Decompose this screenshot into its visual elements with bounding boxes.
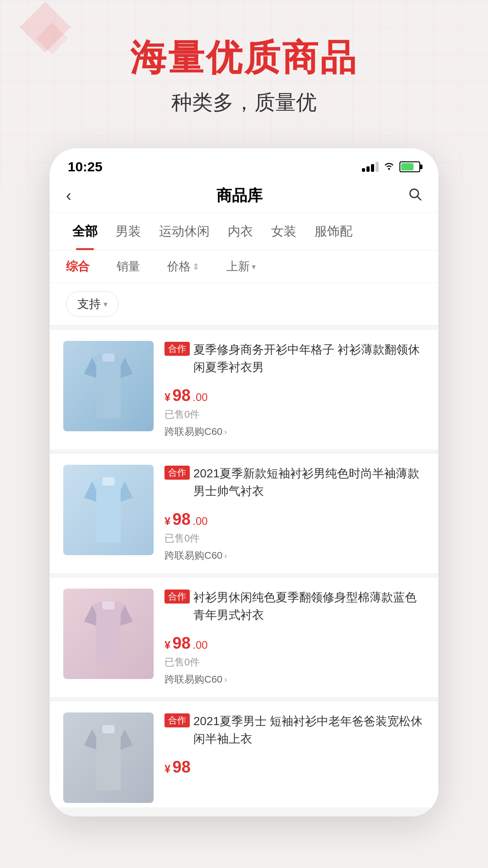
category-tab-accessories[interactable]: 服饰配	[305, 213, 361, 250]
nav-bar: ‹ 商品库	[50, 179, 438, 213]
price-integer-2: 98	[173, 510, 191, 528]
price-symbol-1: ¥	[164, 391, 170, 403]
collab-badge-2: 合作	[164, 466, 190, 480]
battery-fill	[401, 163, 413, 170]
product-image-1	[63, 341, 154, 431]
product-info-3: 合作 衬衫男休闲纯色夏季翻领修身型棉薄款蓝色青年男式衬衣 ¥ 98 .00 已售…	[164, 589, 425, 686]
shop-name-1: 跨联易购C60	[164, 425, 222, 439]
product-info-2: 合作 2021夏季新款短袖衬衫男纯色时尚半袖薄款男士帅气衬衣 ¥ 98 .00 …	[164, 465, 425, 562]
product-title-4: 2021夏季男士 短袖衬衫中老年爸爸装宽松休闲半袖上衣	[193, 712, 425, 748]
filter-arrow-icon: ▾	[103, 299, 108, 309]
product-item[interactable]: 合作 2021夏季男士 短袖衬衫中老年爸爸装宽松休闲半袖上衣 ¥ 98	[50, 702, 438, 807]
price-decimal-3: .00	[192, 639, 207, 651]
svg-line-1	[418, 197, 421, 200]
product-shop-2[interactable]: 跨联易购C60 ›	[164, 549, 425, 562]
product-item[interactable]: 合作 夏季修身商务开衫中年格子 衬衫薄款翻领休闲夏季衬衣男 ¥ 98 .00 已…	[50, 330, 438, 449]
shop-arrow-icon-3: ›	[224, 675, 227, 684]
product-info-1: 合作 夏季修身商务开衫中年格子 衬衫薄款翻领休闲夏季衬衣男 ¥ 98 .00 已…	[164, 341, 425, 439]
status-bar: 10:25	[50, 148, 438, 179]
product-title-row-2: 合作 2021夏季新款短袖衬衫男纯色时尚半袖薄款男士帅气衬衣	[164, 465, 425, 500]
filter-label: 支持	[77, 296, 101, 312]
signal-bar-1	[362, 168, 365, 172]
shop-name-2: 跨联易购C60	[164, 549, 222, 562]
sort-price-arrow-icon: ⇕	[192, 262, 199, 272]
sort-comprehensive[interactable]: 综合	[66, 259, 89, 274]
product-sold-2: 已售0件	[164, 532, 425, 545]
product-title-2: 2021夏季新款短袖衬衫男纯色时尚半袖薄款男士帅气衬衣	[193, 465, 425, 500]
hero-section: 海量优质商品 种类多，质量优	[0, 0, 488, 139]
status-time: 10:25	[68, 159, 103, 175]
shop-name-3: 跨联易购C60	[164, 673, 222, 686]
filter-row: 支持 ▾	[50, 283, 438, 326]
phone-mockup: 10:25 ‹ 商品库	[50, 148, 438, 816]
sort-price[interactable]: 价格 ⇕	[167, 259, 199, 274]
sort-sales[interactable]: 销量	[117, 259, 140, 274]
sort-new[interactable]: 上新 ▾	[226, 259, 256, 274]
price-symbol-4: ¥	[164, 763, 170, 775]
product-info-4: 合作 2021夏季男士 短袖衬衫中老年爸爸装宽松休闲半袖上衣 ¥ 98	[164, 712, 425, 803]
product-title-1: 夏季修身商务开衫中年格子 衬衫薄款翻领休闲夏季衬衣男	[193, 341, 425, 376]
category-tab-all[interactable]: 全部	[63, 213, 107, 250]
collab-badge-3: 合作	[164, 590, 190, 604]
product-image-2	[63, 465, 154, 555]
product-image-3	[63, 589, 154, 679]
product-sold-1: 已售0件	[164, 408, 425, 421]
product-item[interactable]: 合作 2021夏季新款短袖衬衫男纯色时尚半袖薄款男士帅气衬衣 ¥ 98 .00 …	[50, 454, 438, 573]
signal-bar-3	[371, 164, 374, 172]
svg-rect-14	[103, 601, 115, 609]
svg-rect-18	[103, 725, 115, 733]
category-tab-sports[interactable]: 运动休闲	[150, 213, 219, 250]
status-icons	[362, 160, 420, 173]
battery-icon	[399, 161, 420, 172]
collab-badge-1: 合作	[164, 342, 190, 356]
category-tabs: 全部 男装 运动休闲 内衣 女装 服饰配	[50, 213, 438, 250]
filter-button[interactable]: 支持 ▾	[66, 291, 119, 317]
sort-new-arrow-icon: ▾	[252, 262, 256, 272]
category-tab-menswear[interactable]: 男装	[107, 213, 150, 250]
shop-arrow-icon-1: ›	[224, 427, 227, 437]
signal-bar-4	[375, 162, 379, 172]
product-item[interactable]: 合作 衬衫男休闲纯色夏季翻领修身型棉薄款蓝色青年男式衬衣 ¥ 98 .00 已售…	[50, 578, 438, 697]
wifi-icon	[383, 160, 395, 173]
signal-bars-icon	[362, 162, 379, 172]
product-shop-3[interactable]: 跨联易购C60 ›	[164, 673, 425, 686]
sort-price-label: 价格	[167, 259, 191, 274]
price-symbol-2: ¥	[164, 515, 170, 527]
product-title-3: 衬衫男休闲纯色夏季翻领修身型棉薄款蓝色青年男式衬衣	[193, 589, 425, 624]
price-integer-4: 98	[173, 758, 191, 776]
sort-bar: 综合 销量 价格 ⇕ 上新 ▾	[50, 250, 438, 283]
signal-bar-2	[366, 166, 370, 172]
svg-rect-5	[103, 354, 115, 362]
search-button[interactable]	[408, 187, 422, 205]
collab-badge-4: 合作	[164, 713, 190, 727]
nav-title: 商品库	[216, 185, 263, 206]
price-decimal-2: .00	[192, 515, 207, 527]
sort-new-label: 上新	[226, 259, 250, 274]
product-list: 合作 夏季修身商务开衫中年格子 衬衫薄款翻领休闲夏季衬衣男 ¥ 98 .00 已…	[50, 326, 438, 816]
product-title-row-3: 合作 衬衫男休闲纯色夏季翻领修身型棉薄款蓝色青年男式衬衣	[164, 589, 425, 624]
product-image-4	[63, 712, 154, 803]
category-tab-womenswear[interactable]: 女装	[262, 213, 305, 250]
product-price-4: ¥ 98	[164, 758, 425, 777]
price-integer-1: 98	[173, 386, 191, 405]
product-shop-1[interactable]: 跨联易购C60 ›	[164, 425, 425, 439]
price-symbol-3: ¥	[164, 639, 170, 651]
price-decimal-1: .00	[192, 391, 207, 403]
category-tab-underwear[interactable]: 内衣	[219, 213, 262, 250]
product-sold-3: 已售0件	[164, 656, 425, 669]
product-price-3: ¥ 98 .00	[164, 634, 425, 653]
phone-wrapper: 10:25 ‹ 商品库	[0, 148, 488, 816]
hero-title: 海量优质商品	[27, 36, 461, 80]
price-integer-3: 98	[173, 634, 191, 652]
svg-rect-10	[103, 477, 115, 486]
product-price-2: ¥ 98 .00	[164, 510, 425, 529]
product-price-1: ¥ 98 .00	[164, 386, 425, 405]
product-title-row-1: 合作 夏季修身商务开衫中年格子 衬衫薄款翻领休闲夏季衬衣男	[164, 341, 425, 376]
hero-subtitle: 种类多，质量优	[27, 89, 461, 117]
shop-arrow-icon-2: ›	[224, 551, 227, 561]
back-button[interactable]: ‹	[66, 186, 71, 205]
product-title-row-4: 合作 2021夏季男士 短袖衬衫中老年爸爸装宽松休闲半袖上衣	[164, 712, 425, 748]
